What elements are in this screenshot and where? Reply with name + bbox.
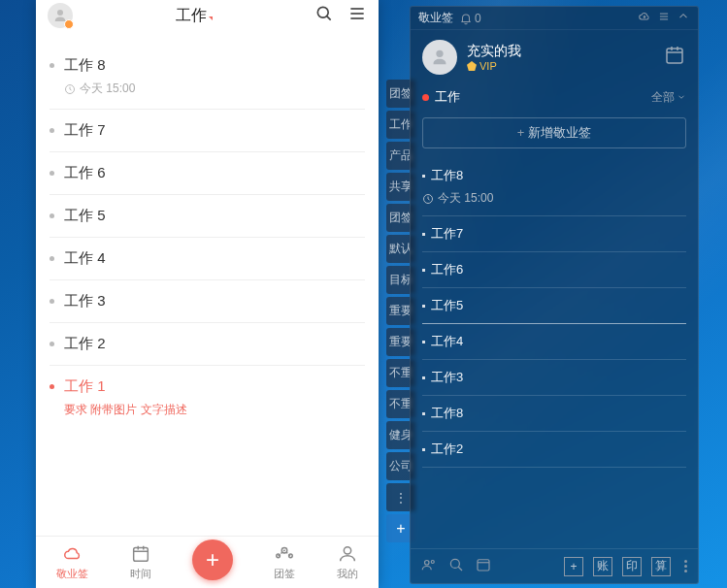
notification-dot-icon (64, 19, 74, 29)
cloud-sync-icon[interactable] (638, 10, 651, 26)
right-titlebar: 敬业签 0 (411, 7, 698, 30)
svg-point-27 (450, 559, 459, 568)
cloud-icon (62, 543, 83, 565)
note-item[interactable]: 工作3 (422, 360, 686, 396)
tab-mine[interactable]: 我的 (337, 543, 358, 581)
svg-point-26 (431, 560, 434, 563)
category-row: 工作 全部 (411, 84, 698, 114)
category-name[interactable]: 工作 (435, 88, 651, 106)
bottom-tabs: 敬业签 时间 + 团签 我的 (36, 536, 379, 588)
svg-rect-6 (133, 548, 148, 562)
page-title[interactable]: 工作 (81, 6, 307, 26)
svg-rect-29 (478, 559, 489, 570)
team-icon (274, 543, 295, 565)
list-item[interactable]: 工作 5 (50, 195, 365, 238)
user-avatar[interactable] (422, 40, 457, 75)
person-icon (337, 543, 358, 565)
calendar-small-icon[interactable] (475, 556, 492, 577)
svg-line-28 (458, 567, 462, 571)
right-bottom-bar: + 账 印 算 (411, 548, 698, 583)
dropdown-tick-icon (209, 16, 213, 20)
panel-menu-icon[interactable] (657, 10, 671, 26)
calendar-icon (130, 543, 151, 565)
add-small-button[interactable]: + (564, 557, 583, 576)
contacts-icon[interactable] (420, 556, 438, 577)
left-list: 工作 8 今天 15:00 工作 7 工作 6 工作 5 工作 4 工作 3 工… (36, 31, 379, 536)
svg-rect-17 (667, 49, 682, 63)
btn-print[interactable]: 印 (622, 557, 642, 576)
list-item[interactable]: 工作 6 (50, 152, 365, 195)
search-icon[interactable] (447, 556, 465, 577)
left-app: 工作 工作 8 今天 15:00 工作 7 工作 6 工作 5 工作 4 工作 … (36, 0, 379, 588)
user-section: 充实的我 VIP (411, 30, 698, 84)
clock-icon (422, 193, 434, 205)
calendar-button[interactable] (663, 44, 686, 71)
tab-jingye[interactable]: 敬业签 (56, 543, 88, 581)
svg-point-25 (425, 560, 430, 565)
note-item[interactable]: 工作8 (422, 396, 686, 432)
app-name: 敬业签 (418, 10, 453, 26)
btn-calc[interactable]: 算 (651, 557, 671, 576)
more-icon[interactable] (684, 560, 688, 572)
note-item[interactable]: 工作4 (422, 324, 686, 360)
list-item[interactable]: 工作 7 (50, 110, 365, 152)
list-item[interactable]: 工作 8 今天 15:00 (50, 45, 365, 110)
list-item[interactable]: 工作 1 要求 附带图片 文字描述 (50, 366, 365, 430)
note-item[interactable]: 工作8 今天 15:00 (422, 158, 686, 216)
bell-count: 0 (475, 12, 481, 25)
list-item[interactable]: 工作 4 (50, 238, 365, 280)
tab-time[interactable]: 时间 (130, 543, 151, 581)
right-list: 工作8 今天 15:00 工作7 工作6 工作5 工作4 工作3 工作8 工作2 (411, 158, 698, 548)
menu-icon[interactable] (347, 4, 367, 27)
right-panel: 敬业签 0 充实的我 VIP 工作 全部 +新增敬业签 工作8 今天 15:00… (410, 6, 699, 584)
filter-all[interactable]: 全部 (651, 89, 686, 106)
note-item[interactable]: 工作5 (422, 288, 686, 324)
vip-badge: VIP (467, 60, 653, 72)
svg-line-1 (327, 16, 331, 20)
btn-account[interactable]: 账 (593, 557, 612, 576)
search-icon[interactable] (314, 4, 334, 27)
note-item[interactable]: 工作7 (422, 216, 686, 252)
note-item[interactable]: 工作2 (422, 432, 686, 468)
clock-icon (64, 83, 76, 95)
tab-team[interactable]: 团签 (274, 543, 295, 581)
bell-icon[interactable] (459, 12, 473, 25)
add-note-button[interactable]: +新增敬业签 (422, 117, 686, 148)
user-name: 充实的我 (467, 43, 653, 60)
list-item[interactable]: 工作 2 (50, 323, 365, 366)
note-item[interactable]: 工作6 (422, 252, 686, 288)
svg-point-0 (317, 7, 328, 17)
svg-point-13 (344, 547, 350, 554)
category-dot-icon (422, 94, 429, 101)
list-item[interactable]: 工作 3 (50, 280, 365, 323)
avatar[interactable] (48, 3, 73, 28)
left-header: 工作 (36, 0, 379, 31)
add-button[interactable]: + (192, 539, 233, 580)
collapse-icon[interactable] (677, 10, 690, 26)
